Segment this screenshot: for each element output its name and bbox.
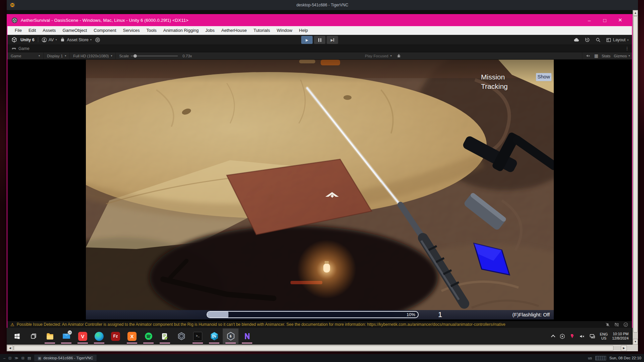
menu-edit[interactable]: Edit: [25, 26, 39, 35]
host-window-button[interactable]: ▣ desktop-541c686 - TigerVNC: [34, 355, 96, 361]
scroll-up-button[interactable]: ▲: [633, 10, 638, 16]
scroll-left-button[interactable]: ◀: [7, 345, 13, 351]
unity-logo-icon: [11, 37, 17, 43]
game-view-dropdown[interactable]: Game ▾: [7, 52, 44, 59]
taskbar-terminal[interactable]: >_: [190, 328, 206, 344]
stats-toggle[interactable]: Stats: [602, 54, 610, 58]
menu-jobs[interactable]: Jobs: [202, 26, 218, 35]
host-mini-icon-1[interactable]: ‒: [3, 356, 5, 360]
display-dropdown[interactable]: Display 1 ▾: [44, 52, 70, 59]
taskbar-edge[interactable]: [91, 328, 107, 344]
unity-titlebar[interactable]: AetherSurvival - OasisScene - Windows, M…: [7, 14, 632, 26]
vnc-viewer-window: desktop-541c686 - TigerVNC AetherSurviva…: [7, 0, 638, 351]
resolution-dropdown[interactable]: Full HD (644x362) ▾: [70, 52, 116, 59]
host-mini-icon-4[interactable]: ⊟: [21, 356, 24, 360]
play-focused-dropdown[interactable]: Play Focused ▾: [365, 54, 401, 58]
menu-component[interactable]: Component: [90, 26, 119, 35]
menu-aetherhouse[interactable]: AetherHouse: [218, 26, 250, 35]
host-keyboard-layout[interactable]: us: [588, 356, 592, 360]
host-mini-icon-3[interactable]: ≫: [14, 356, 18, 360]
scroll-right-button[interactable]: ▶: [621, 345, 627, 351]
menu-assets[interactable]: Assets: [39, 26, 59, 35]
mission-show-button[interactable]: Show: [536, 73, 551, 81]
undo-history-icon[interactable]: [585, 37, 590, 43]
scale-slider[interactable]: [131, 56, 178, 56]
taskbar-notes[interactable]: [157, 328, 173, 344]
minimize-button[interactable]: –: [582, 14, 597, 26]
tab-game[interactable]: Game: [7, 46, 34, 51]
windows-taskbar: 26 V Fz X: [7, 328, 633, 345]
tray-expand-icon[interactable]: [551, 335, 555, 339]
play-button[interactable]: ▶: [301, 36, 313, 44]
chevron-down-icon: ▾: [65, 54, 66, 57]
menu-tools[interactable]: Tools: [143, 26, 160, 35]
asset-store-dropdown[interactable]: Asset Store ▾: [60, 37, 92, 42]
tray-hexagon-icon[interactable]: [559, 334, 565, 339]
cloud-icon[interactable]: [574, 37, 579, 43]
vnc-titlebar[interactable]: desktop-541c686 - TigerVNC: [7, 0, 638, 10]
vnc-horizontal-scrollbar[interactable]: ◀ ▶: [7, 345, 633, 351]
game-view-area: Mission Tracking Show 10% 1 (F)Flashligh…: [7, 60, 632, 321]
maximize-button[interactable]: □: [597, 14, 612, 26]
check-circle-icon[interactable]: [623, 322, 628, 327]
taskbar-vivaldi[interactable]: V: [75, 328, 91, 344]
taskbar-mail[interactable]: 26: [58, 328, 74, 344]
gizmos-dropdown[interactable]: Gizmos ▾: [614, 54, 630, 58]
mail-muted-icon[interactable]: [614, 322, 619, 327]
layout-label: Layout: [613, 38, 626, 42]
menu-services[interactable]: Services: [120, 26, 143, 35]
layout-grid-icon: [606, 38, 611, 43]
horizontal-scroll-thumb[interactable]: [14, 346, 613, 351]
menu-window[interactable]: Window: [273, 26, 296, 35]
vertical-scroll-thumb[interactable]: [633, 16, 638, 333]
layout-dropdown[interactable]: Layout ▾: [606, 38, 629, 43]
account-dropdown[interactable]: AV ▾: [42, 37, 57, 43]
network-icon[interactable]: [589, 333, 595, 339]
taskbar-n-app[interactable]: [239, 328, 255, 344]
menu-help[interactable]: Help: [296, 26, 311, 35]
tray-pink-app-icon[interactable]: [570, 334, 575, 339]
menu-tutorials[interactable]: Tutorials: [250, 26, 273, 35]
spotify-icon: [144, 332, 153, 341]
taskbar-dv-app[interactable]: Dv: [206, 328, 222, 344]
vnc-vertical-scrollbar[interactable]: ▲ ▼: [633, 10, 638, 345]
vsync-grid-icon[interactable]: ▦: [594, 53, 598, 58]
task-view-button[interactable]: [25, 328, 41, 344]
step-button[interactable]: ▶: [327, 36, 338, 44]
play-mode-controls: ▶ ▶: [301, 36, 338, 44]
host-pager[interactable]: [595, 356, 606, 360]
language-indicator[interactable]: ENG US: [600, 332, 608, 341]
taskbar-unity-editor[interactable]: 6: [223, 328, 238, 344]
volume-muted-icon[interactable]: [579, 334, 585, 339]
host-clock[interactable]: Sun, 08 Dec 22:10: [609, 356, 641, 360]
taskbar-file-explorer[interactable]: [42, 328, 58, 344]
menu-gameobject[interactable]: GameObject: [59, 26, 90, 35]
close-button[interactable]: ✕: [612, 14, 628, 26]
host-mini-icon-5[interactable]: ▤: [28, 356, 31, 360]
search-icon[interactable]: [595, 37, 601, 43]
start-button[interactable]: [9, 328, 25, 344]
edge-icon: [95, 332, 104, 341]
bell-muted-icon[interactable]: [605, 322, 610, 327]
taskbar-unity-hub[interactable]: [173, 328, 189, 344]
pause-button[interactable]: [314, 36, 325, 44]
taskbar-spotify[interactable]: [141, 328, 156, 344]
bug-debug-icon[interactable]: [396, 54, 401, 58]
scroll-down-button[interactable]: ▼: [633, 339, 638, 345]
unity-status-bar[interactable]: ⚠ Possible Issue Detected: An Animator C…: [7, 321, 632, 328]
taskbar-filezilla[interactable]: Fz: [108, 328, 123, 344]
gizmos-label: Gizmos: [614, 54, 627, 58]
gamepad-icon: [11, 46, 16, 51]
taskbar-clock[interactable]: 10:10 PM 12/8/2024: [612, 332, 629, 341]
taskbar-xampp[interactable]: X: [124, 328, 140, 344]
mute-audio-icon[interactable]: [586, 53, 591, 58]
preferences-icon[interactable]: [95, 37, 100, 43]
game-viewport[interactable]: Mission Tracking Show 10% 1 (F)Flashligh…: [86, 60, 554, 319]
host-taskbar: ‒ ⊡ ≫ ⊟ ▤ ▣ desktop-541c686 - TigerVNC u…: [0, 354, 644, 362]
host-mini-icon-2[interactable]: ⊡: [8, 356, 11, 360]
unity-toolbar: Unity 6 AV ▾: [7, 35, 632, 45]
menu-animation-rigging[interactable]: Animation Rigging: [160, 26, 202, 35]
menu-file[interactable]: File: [11, 26, 25, 35]
kebab-menu-icon[interactable]: ⋮: [625, 46, 629, 51]
scale-slider-thumb[interactable]: [133, 54, 137, 58]
